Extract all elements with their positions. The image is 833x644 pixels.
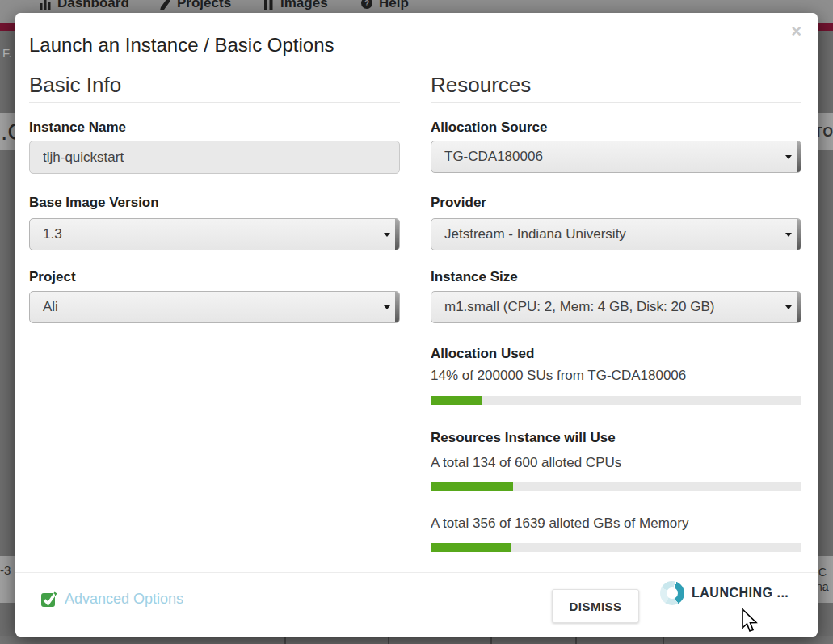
base-image-version-select[interactable]: 1.3 xyxy=(29,218,400,250)
select-value: TG-CDA180006 xyxy=(444,141,543,172)
select-ridge xyxy=(797,219,801,250)
project-label: Project xyxy=(29,269,76,285)
provider-select[interactable]: Jetstream - Indiana University xyxy=(431,218,801,250)
launching-status-label: LAUNCHING ... xyxy=(692,587,789,600)
pencil-icon xyxy=(158,0,171,10)
background-text-fragment: na xyxy=(816,580,829,593)
instance-size-select[interactable]: m1.small (CPU: 2, Mem: 4 GB, Disk: 20 GB… xyxy=(431,291,801,323)
allocation-used-text: 14% of 200000 SUs from TG-CDA180006 xyxy=(431,368,686,384)
instance-name-input[interactable] xyxy=(29,141,400,174)
close-icon[interactable]: × xyxy=(791,23,801,40)
nav-item-label: Help xyxy=(379,0,409,11)
instance-name-label: Instance Name xyxy=(29,120,126,136)
mouse-cursor xyxy=(741,608,760,634)
launch-instance-modal: Launch an Instance / Basic Options × Bas… xyxy=(15,13,818,637)
allocation-used-heading: Allocation Used xyxy=(431,346,534,362)
select-ridge xyxy=(797,292,801,322)
chevron-down-icon xyxy=(785,233,792,237)
nav-item-label: Dashboard xyxy=(57,0,129,11)
chevron-down-icon xyxy=(384,305,390,309)
memory-usage-text: A total 356 of 1639 alloted GBs of Memor… xyxy=(431,516,688,532)
select-value: Jetstream - Indiana University xyxy=(444,219,626,250)
screen: Dashboard Projects Images ? Help F. .C xyxy=(0,0,833,644)
select-value: 1.3 xyxy=(43,219,62,250)
progress-fill xyxy=(431,482,513,491)
chevron-down-icon xyxy=(384,233,390,237)
basic-info-heading: Basic Info xyxy=(29,74,400,103)
base-image-version-label: Base Image Version xyxy=(29,195,159,211)
check-square-icon xyxy=(41,591,57,607)
bar-chart-icon xyxy=(39,0,52,10)
select-ridge xyxy=(395,292,399,322)
select-ridge xyxy=(395,219,399,250)
modal-footer: Advanced Options DISMISS xyxy=(15,572,818,638)
progress-fill xyxy=(431,396,482,405)
advanced-options-label: Advanced Options xyxy=(65,591,183,608)
svg-text:?: ? xyxy=(364,0,369,8)
allocation-used-progress xyxy=(431,396,801,405)
allocation-source-label: Allocation Source xyxy=(431,120,548,136)
background-text-fragment: C xyxy=(818,566,827,579)
modal-title: Launch an Instance / Basic Options xyxy=(29,35,334,56)
provider-label: Provider xyxy=(431,195,486,211)
nav-item-label: Projects xyxy=(177,0,231,11)
progress-fill xyxy=(431,543,511,552)
select-value: m1.small (CPU: 2, Mem: 4 GB, Disk: 20 GB… xyxy=(444,292,714,322)
select-value: Ali xyxy=(43,292,58,322)
nav-item-label: Images xyxy=(280,0,328,11)
help-icon: ? xyxy=(360,0,373,10)
instance-usage-heading: Resources Instance will Use xyxy=(431,430,616,446)
chevron-down-icon xyxy=(785,155,792,159)
cpu-usage-text: A total 134 of 600 alloted CPUs xyxy=(431,455,621,471)
memory-usage-progress xyxy=(431,543,801,552)
background-text-fragment: F. xyxy=(2,46,12,60)
project-select[interactable]: Ali xyxy=(29,291,400,323)
header-divider xyxy=(15,57,818,57)
images-icon xyxy=(262,0,275,10)
dismiss-button[interactable]: DISMISS xyxy=(552,589,639,623)
chevron-down-icon xyxy=(785,305,792,309)
loading-spinner-icon xyxy=(660,581,684,605)
allocation-source-select[interactable]: TG-CDA180006 xyxy=(431,141,801,173)
cpu-usage-progress xyxy=(431,482,801,491)
resources-heading: Resources xyxy=(431,74,801,103)
advanced-options-link[interactable]: Advanced Options xyxy=(41,591,183,608)
instance-size-label: Instance Size xyxy=(431,269,518,285)
select-ridge xyxy=(797,141,801,172)
